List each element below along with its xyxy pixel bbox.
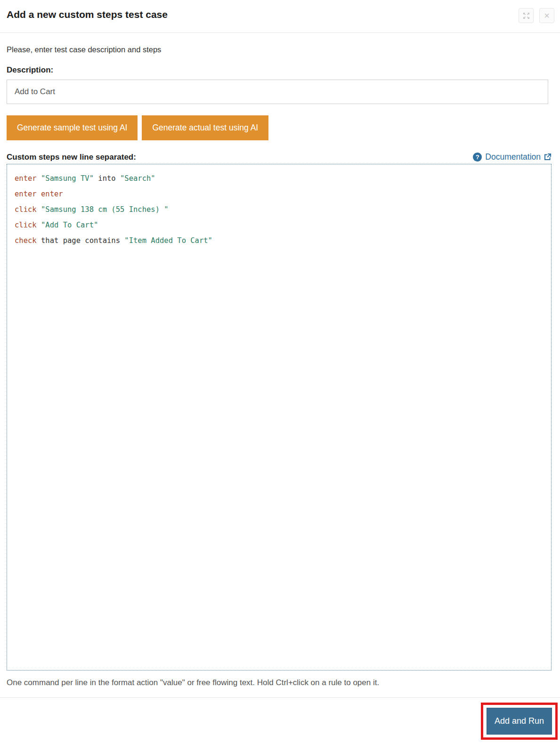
modal-footer: Add and Run	[0, 698, 560, 740]
code-line: click "Samsung 138 cm (55 Inches) "	[15, 202, 544, 218]
add-and-run-button[interactable]: Add and Run	[487, 708, 552, 735]
code-line: enter "Samsung TV" into "Search"	[15, 171, 544, 186]
documentation-link-label: Documentation	[485, 152, 541, 162]
modal-header: Add a new custom steps test case ×	[0, 0, 560, 33]
help-icon: ?	[473, 153, 482, 162]
close-button[interactable]: ×	[539, 8, 554, 23]
instruction-text: Please, enter test case description and …	[7, 45, 552, 54]
steps-header: Custom steps new line separated: ? Docum…	[7, 152, 552, 162]
description-label: Description:	[7, 65, 552, 75]
expand-button[interactable]	[519, 8, 534, 23]
generate-button-row: Generate sample test using AI Generate a…	[7, 115, 552, 140]
description-input[interactable]	[7, 80, 548, 104]
red-highlight-annotation: Add and Run	[481, 703, 558, 740]
generate-sample-test-button[interactable]: Generate sample test using AI	[7, 115, 138, 140]
documentation-link[interactable]: ? Documentation	[473, 152, 552, 162]
code-line: click "Add To Cart"	[15, 218, 544, 233]
code-line: enter enter	[15, 186, 544, 202]
header-actions: ×	[519, 8, 554, 23]
close-icon: ×	[544, 11, 550, 20]
expand-icon	[523, 12, 530, 19]
add-test-case-modal: { "modal": { "title": "Add a new custom …	[0, 0, 560, 744]
modal-title: Add a new custom steps test case	[7, 8, 168, 21]
modal-body: Please, enter test case description and …	[0, 45, 560, 687]
editor-hint-text: One command per line in the format actio…	[7, 678, 552, 687]
steps-editor[interactable]: enter "Samsung TV" into "Search"enter en…	[7, 164, 552, 671]
external-link-icon	[544, 153, 552, 161]
code-line: check that page contains "Item Added To …	[15, 233, 544, 249]
custom-steps-label: Custom steps new line separated:	[7, 153, 136, 162]
generate-actual-test-button[interactable]: Generate actual test using AI	[142, 115, 268, 140]
